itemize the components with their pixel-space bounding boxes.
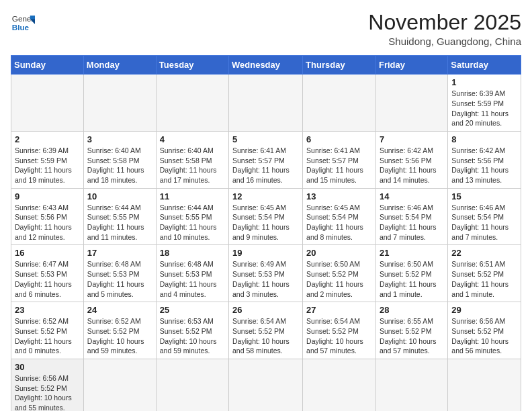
calendar-cell: 15Sunrise: 6:46 AM Sunset: 5:54 PM Dayli… bbox=[448, 188, 521, 245]
calendar-cell: 1Sunrise: 6:39 AM Sunset: 5:59 PM Daylig… bbox=[448, 75, 521, 132]
calendar-table: SundayMondayTuesdayWednesdayThursdayFrid… bbox=[11, 55, 521, 411]
day-info: Sunrise: 6:39 AM Sunset: 5:59 PM Dayligh… bbox=[15, 146, 80, 185]
day-number: 21 bbox=[380, 248, 444, 258]
calendar-cell bbox=[303, 75, 376, 132]
calendar-cell bbox=[303, 359, 376, 411]
calendar-cell: 16Sunrise: 6:47 AM Sunset: 5:53 PM Dayli… bbox=[11, 245, 84, 302]
calendar-cell: 19Sunrise: 6:49 AM Sunset: 5:53 PM Dayli… bbox=[229, 245, 303, 302]
calendar-cell bbox=[156, 359, 228, 411]
day-number: 26 bbox=[232, 305, 299, 315]
calendar-cell: 7Sunrise: 6:42 AM Sunset: 5:56 PM Daylig… bbox=[375, 131, 447, 188]
page-header: General Blue November 2025 Shuidong, Gua… bbox=[11, 11, 521, 47]
title-block: November 2025 Shuidong, Guangdong, China bbox=[368, 11, 521, 47]
day-number: 5 bbox=[232, 134, 299, 144]
calendar-cell: 24Sunrise: 6:52 AM Sunset: 5:52 PM Dayli… bbox=[83, 302, 156, 359]
day-info: Sunrise: 6:45 AM Sunset: 5:54 PM Dayligh… bbox=[306, 203, 372, 242]
day-info: Sunrise: 6:56 AM Sunset: 5:52 PM Dayligh… bbox=[15, 373, 80, 411]
day-info: Sunrise: 6:46 AM Sunset: 5:54 PM Dayligh… bbox=[451, 203, 517, 242]
month-title: November 2025 bbox=[368, 11, 521, 34]
calendar-cell bbox=[83, 75, 156, 132]
weekday-header-sunday: Sunday bbox=[11, 56, 84, 75]
day-info: Sunrise: 6:44 AM Sunset: 5:55 PM Dayligh… bbox=[87, 203, 152, 242]
calendar-cell: 6Sunrise: 6:41 AM Sunset: 5:57 PM Daylig… bbox=[303, 131, 376, 188]
day-number: 3 bbox=[87, 134, 152, 144]
calendar-cell: 20Sunrise: 6:50 AM Sunset: 5:52 PM Dayli… bbox=[303, 245, 376, 302]
calendar-cell bbox=[11, 75, 84, 132]
day-number: 11 bbox=[160, 191, 225, 201]
day-number: 18 bbox=[160, 248, 225, 258]
day-number: 2 bbox=[15, 134, 80, 144]
day-info: Sunrise: 6:49 AM Sunset: 5:53 PM Dayligh… bbox=[232, 259, 299, 299]
day-number: 25 bbox=[160, 305, 225, 315]
calendar-cell bbox=[229, 359, 303, 411]
day-number: 4 bbox=[160, 134, 225, 144]
weekday-header-saturday: Saturday bbox=[448, 56, 521, 75]
calendar-week-row: 2Sunrise: 6:39 AM Sunset: 5:59 PM Daylig… bbox=[11, 131, 521, 188]
day-info: Sunrise: 6:44 AM Sunset: 5:55 PM Dayligh… bbox=[160, 203, 225, 242]
calendar-cell: 5Sunrise: 6:41 AM Sunset: 5:57 PM Daylig… bbox=[229, 131, 303, 188]
day-info: Sunrise: 6:50 AM Sunset: 5:52 PM Dayligh… bbox=[380, 259, 444, 299]
day-info: Sunrise: 6:47 AM Sunset: 5:53 PM Dayligh… bbox=[15, 259, 80, 299]
calendar-cell: 25Sunrise: 6:53 AM Sunset: 5:52 PM Dayli… bbox=[156, 302, 228, 359]
day-number: 30 bbox=[15, 362, 80, 372]
day-number: 17 bbox=[87, 248, 152, 258]
day-info: Sunrise: 6:54 AM Sunset: 5:52 PM Dayligh… bbox=[306, 316, 372, 356]
calendar-cell bbox=[229, 75, 303, 132]
day-number: 19 bbox=[232, 248, 299, 258]
day-number: 27 bbox=[306, 305, 372, 315]
day-number: 16 bbox=[15, 248, 80, 258]
calendar-cell bbox=[83, 359, 156, 411]
day-info: Sunrise: 6:51 AM Sunset: 5:52 PM Dayligh… bbox=[451, 259, 517, 299]
day-number: 7 bbox=[380, 134, 444, 144]
logo: General Blue bbox=[11, 11, 35, 35]
calendar-week-row: 30Sunrise: 6:56 AM Sunset: 5:52 PM Dayli… bbox=[11, 359, 521, 411]
weekday-header-friday: Friday bbox=[375, 56, 447, 75]
calendar-cell: 21Sunrise: 6:50 AM Sunset: 5:52 PM Dayli… bbox=[375, 245, 447, 302]
weekday-header-row: SundayMondayTuesdayWednesdayThursdayFrid… bbox=[11, 56, 521, 75]
day-number: 15 bbox=[451, 191, 517, 201]
day-info: Sunrise: 6:42 AM Sunset: 5:56 PM Dayligh… bbox=[380, 146, 444, 185]
calendar-cell: 18Sunrise: 6:48 AM Sunset: 5:53 PM Dayli… bbox=[156, 245, 228, 302]
svg-text:Blue: Blue bbox=[12, 23, 30, 32]
calendar-cell: 9Sunrise: 6:43 AM Sunset: 5:56 PM Daylig… bbox=[11, 188, 84, 245]
location-subtitle: Shuidong, Guangdong, China bbox=[368, 36, 521, 47]
weekday-header-wednesday: Wednesday bbox=[229, 56, 303, 75]
calendar-cell: 10Sunrise: 6:44 AM Sunset: 5:55 PM Dayli… bbox=[83, 188, 156, 245]
day-number: 10 bbox=[87, 191, 152, 201]
day-info: Sunrise: 6:40 AM Sunset: 5:58 PM Dayligh… bbox=[160, 146, 225, 185]
calendar-cell: 13Sunrise: 6:45 AM Sunset: 5:54 PM Dayli… bbox=[303, 188, 376, 245]
day-number: 8 bbox=[451, 134, 517, 144]
calendar-cell: 17Sunrise: 6:48 AM Sunset: 5:53 PM Dayli… bbox=[83, 245, 156, 302]
weekday-header-tuesday: Tuesday bbox=[156, 56, 228, 75]
calendar-cell: 27Sunrise: 6:54 AM Sunset: 5:52 PM Dayli… bbox=[303, 302, 376, 359]
day-number: 29 bbox=[451, 305, 517, 315]
calendar-cell: 2Sunrise: 6:39 AM Sunset: 5:59 PM Daylig… bbox=[11, 131, 84, 188]
day-number: 22 bbox=[451, 248, 517, 258]
calendar-week-row: 16Sunrise: 6:47 AM Sunset: 5:53 PM Dayli… bbox=[11, 245, 521, 302]
calendar-cell: 14Sunrise: 6:46 AM Sunset: 5:54 PM Dayli… bbox=[375, 188, 447, 245]
weekday-header-thursday: Thursday bbox=[303, 56, 376, 75]
day-number: 24 bbox=[87, 305, 152, 315]
day-info: Sunrise: 6:54 AM Sunset: 5:52 PM Dayligh… bbox=[232, 316, 299, 356]
day-info: Sunrise: 6:48 AM Sunset: 5:53 PM Dayligh… bbox=[87, 259, 152, 299]
day-number: 12 bbox=[232, 191, 299, 201]
calendar-cell: 12Sunrise: 6:45 AM Sunset: 5:54 PM Dayli… bbox=[229, 188, 303, 245]
day-info: Sunrise: 6:42 AM Sunset: 5:56 PM Dayligh… bbox=[451, 146, 517, 185]
calendar-cell: 3Sunrise: 6:40 AM Sunset: 5:58 PM Daylig… bbox=[83, 131, 156, 188]
day-number: 9 bbox=[15, 191, 80, 201]
day-info: Sunrise: 6:39 AM Sunset: 5:59 PM Dayligh… bbox=[451, 89, 517, 128]
day-info: Sunrise: 6:52 AM Sunset: 5:52 PM Dayligh… bbox=[87, 316, 152, 356]
day-info: Sunrise: 6:50 AM Sunset: 5:52 PM Dayligh… bbox=[306, 259, 372, 299]
day-info: Sunrise: 6:48 AM Sunset: 5:53 PM Dayligh… bbox=[160, 259, 225, 299]
day-number: 6 bbox=[306, 134, 372, 144]
day-info: Sunrise: 6:55 AM Sunset: 5:52 PM Dayligh… bbox=[380, 316, 444, 356]
weekday-header-monday: Monday bbox=[83, 56, 156, 75]
day-info: Sunrise: 6:45 AM Sunset: 5:54 PM Dayligh… bbox=[232, 203, 299, 242]
calendar-cell: 29Sunrise: 6:56 AM Sunset: 5:52 PM Dayli… bbox=[448, 302, 521, 359]
logo-icon: General Blue bbox=[11, 11, 35, 35]
calendar-cell bbox=[375, 75, 447, 132]
calendar-cell: 30Sunrise: 6:56 AM Sunset: 5:52 PM Dayli… bbox=[11, 359, 84, 411]
calendar-cell bbox=[375, 359, 447, 411]
calendar-week-row: 23Sunrise: 6:52 AM Sunset: 5:52 PM Dayli… bbox=[11, 302, 521, 359]
day-info: Sunrise: 6:52 AM Sunset: 5:52 PM Dayligh… bbox=[15, 316, 80, 356]
